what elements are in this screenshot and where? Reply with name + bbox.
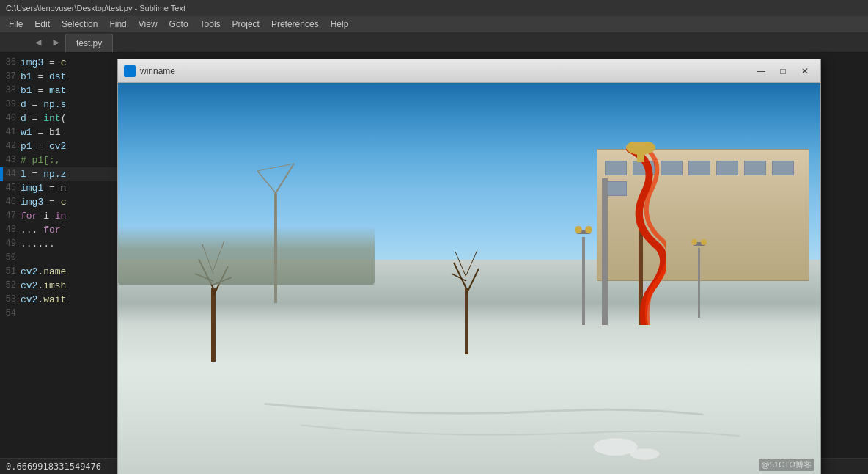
code-line-50: 50 bbox=[0, 251, 121, 265]
line-content-37: b1 = dst bbox=[21, 70, 66, 84]
line-content-52: cv2.imsh bbox=[21, 279, 66, 293]
line-content-45: img1 = n bbox=[21, 181, 66, 195]
menu-preferences[interactable]: Preferences bbox=[265, 18, 325, 31]
line-content-44: l = np.z bbox=[21, 167, 66, 181]
line-number: 38 bbox=[0, 84, 21, 98]
line-number: 48 bbox=[0, 223, 21, 237]
code-line-36: 36img3 = c bbox=[0, 56, 121, 70]
line-number: 44 bbox=[0, 167, 21, 181]
tab-next-btn[interactable]: ▶ bbox=[47, 33, 65, 51]
code-line-40: 40d = int( bbox=[0, 112, 121, 125]
menu-selection[interactable]: Selection bbox=[56, 18, 103, 31]
code-line-44: 44l = np.z bbox=[0, 167, 121, 181]
svg-point-9 bbox=[691, 239, 697, 245]
app-menubar: File Edit Selection Find View Goto Tools… bbox=[0, 16, 868, 32]
app-title: C:\Users\lenovuser\Desktop\test.py - Sub… bbox=[6, 4, 185, 12]
line-number: 43 bbox=[0, 153, 21, 167]
line-number: 54 bbox=[0, 307, 21, 321]
code-line-39: 39d = np.s bbox=[0, 98, 121, 112]
line-number: 49 bbox=[0, 237, 21, 251]
menu-tools[interactable]: Tools bbox=[194, 18, 227, 31]
menu-edit[interactable]: Edit bbox=[29, 18, 56, 31]
svg-point-6 bbox=[585, 226, 592, 233]
cv-window-icon bbox=[124, 65, 136, 77]
code-line-41: 41w1 = b1 bbox=[0, 125, 121, 139]
code-line-43: 43# p1[:, bbox=[0, 153, 121, 167]
line-content-39: d = np.s bbox=[21, 98, 66, 112]
svg-point-25 bbox=[630, 448, 660, 460]
line-number: 39 bbox=[0, 98, 21, 112]
code-line-51: 51cv2.name bbox=[0, 265, 121, 279]
line-content-36: img3 = c bbox=[21, 56, 66, 70]
main-area: 36img3 = c37b1 = dst38b1 = mat39d = np.s… bbox=[0, 53, 868, 458]
svg-line-28 bbox=[257, 171, 276, 193]
snow-ground-texture bbox=[118, 260, 820, 474]
cv-window-title: winname bbox=[140, 66, 751, 76]
line-number: 51 bbox=[0, 265, 21, 279]
line-content-47: for i in bbox=[21, 209, 66, 223]
code-line-49: 49...... bbox=[0, 237, 121, 251]
line-content-38: b1 = mat bbox=[21, 84, 66, 98]
cv-image-area: @51CTO博客 bbox=[118, 83, 820, 474]
code-line-38: 38b1 = mat bbox=[0, 84, 121, 98]
line-content-42: p1 = cv2 bbox=[21, 139, 66, 153]
cv-maximize-btn[interactable]: □ bbox=[773, 63, 792, 79]
line-content-51: cv2.name bbox=[21, 265, 66, 279]
code-line-54: 54 bbox=[0, 307, 121, 321]
status-value: 0.6669918331549476 bbox=[6, 462, 101, 472]
code-line-42: 42p1 = cv2 bbox=[0, 139, 121, 153]
menu-goto[interactable]: Goto bbox=[163, 18, 194, 31]
svg-point-10 bbox=[701, 239, 707, 245]
line-number: 53 bbox=[0, 293, 21, 307]
code-line-45: 45img1 = n bbox=[0, 181, 121, 195]
line-number: 47 bbox=[0, 209, 21, 223]
cv-close-btn[interactable]: ✕ bbox=[795, 63, 814, 79]
menu-view[interactable]: View bbox=[133, 18, 163, 31]
line-number: 37 bbox=[0, 70, 21, 84]
code-line-53: 53cv2.wait bbox=[0, 293, 121, 307]
cv-window[interactable]: winname — □ ✕ bbox=[117, 59, 821, 474]
svg-rect-2 bbox=[637, 147, 644, 162]
line-content-46: img3 = c bbox=[21, 195, 66, 209]
code-line-47: 47for i in bbox=[0, 209, 121, 223]
cv-minimize-btn[interactable]: — bbox=[751, 63, 770, 79]
tab-bar: ◀ ▶ test.py bbox=[0, 32, 868, 53]
line-number: 41 bbox=[0, 125, 21, 139]
line-number: 46 bbox=[0, 195, 21, 209]
tab-prev-btn[interactable]: ◀ bbox=[29, 33, 47, 51]
svg-point-5 bbox=[575, 226, 582, 233]
menu-file[interactable]: File bbox=[3, 18, 29, 31]
line-content-49: ...... bbox=[21, 237, 55, 251]
svg-line-29 bbox=[257, 164, 294, 171]
construction-crane bbox=[254, 156, 298, 303]
scene-container: @51CTO博客 bbox=[118, 83, 820, 474]
line-number: 36 bbox=[0, 56, 21, 70]
horizon-trees bbox=[118, 226, 375, 285]
line-number: 52 bbox=[0, 279, 21, 293]
menu-project[interactable]: Project bbox=[227, 18, 265, 31]
cv-window-controls: — □ ✕ bbox=[751, 63, 814, 79]
menu-help[interactable]: Help bbox=[325, 18, 355, 31]
line-number: 40 bbox=[0, 112, 21, 125]
app-titlebar: C:\Users\lenovuser\Desktop\test.py - Sub… bbox=[0, 0, 868, 16]
tab-test-py[interactable]: test.py bbox=[65, 34, 113, 52]
line-number: 42 bbox=[0, 139, 21, 153]
current-line-indicator bbox=[0, 167, 3, 181]
line-number: 45 bbox=[0, 181, 21, 195]
code-editor[interactable]: 36img3 = c37b1 = dst38b1 = mat39d = np.s… bbox=[0, 53, 121, 458]
line-content-43: # p1[:, bbox=[21, 153, 61, 167]
line-content-40: d = int( bbox=[21, 112, 66, 125]
line-content-41: w1 = b1 bbox=[21, 125, 61, 139]
code-line-48: 48... for bbox=[0, 223, 121, 237]
watermark: @51CTO博客 bbox=[759, 459, 814, 471]
cv-titlebar: winname — □ ✕ bbox=[118, 59, 820, 83]
code-line-52: 52cv2.imsh bbox=[0, 279, 121, 293]
svg-line-27 bbox=[276, 164, 294, 193]
line-content-53: cv2.wait bbox=[21, 293, 66, 307]
line-number: 50 bbox=[0, 251, 21, 265]
line-content-48: ... for bbox=[21, 223, 61, 237]
code-line-46: 46img3 = c bbox=[0, 195, 121, 209]
menu-find[interactable]: Find bbox=[103, 18, 132, 31]
code-line-37: 37b1 = dst bbox=[0, 70, 121, 84]
